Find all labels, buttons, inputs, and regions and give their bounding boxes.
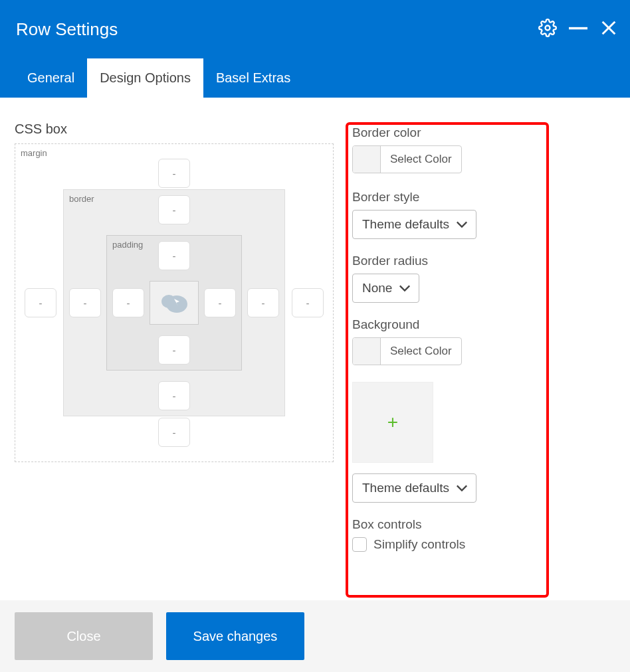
dialog-header: Row Settings General Design Options Base… bbox=[0, 0, 630, 98]
simplify-controls-checkbox[interactable] bbox=[352, 537, 367, 552]
titlebar-controls bbox=[538, 19, 618, 40]
background-image-uploader[interactable]: + bbox=[352, 382, 433, 463]
tab-basel-extras[interactable]: Basel Extras bbox=[203, 58, 303, 98]
border-color-swatch bbox=[353, 146, 381, 173]
gear-icon[interactable] bbox=[538, 19, 557, 40]
margin-box: margin - - - - border - - - - padding - … bbox=[15, 143, 334, 462]
margin-right-input[interactable]: - bbox=[292, 288, 324, 317]
dialog-body: CSS box margin - - - - border - - - - pa… bbox=[0, 98, 630, 552]
close-button[interactable]: Close bbox=[15, 612, 153, 660]
border-style-label: Border style bbox=[352, 190, 615, 205]
tab-general[interactable]: General bbox=[15, 58, 87, 98]
border-radius-select[interactable]: None bbox=[352, 274, 419, 303]
margin-bottom-input[interactable]: - bbox=[158, 418, 190, 447]
border-style-select[interactable]: Theme defaults bbox=[352, 210, 476, 239]
css-box-label: CSS box bbox=[15, 122, 334, 137]
margin-label: margin bbox=[21, 148, 47, 158]
background-label: Background bbox=[352, 317, 615, 332]
margin-left-input[interactable]: - bbox=[25, 288, 56, 317]
chevron-down-icon bbox=[456, 217, 468, 232]
chevron-down-icon bbox=[456, 481, 468, 495]
border-left-input[interactable]: - bbox=[69, 288, 101, 317]
dialog-footer: Close Save changes bbox=[0, 600, 630, 672]
simplify-controls-row[interactable]: Simplify controls bbox=[352, 537, 615, 552]
dialog-title: Row Settings bbox=[16, 19, 538, 40]
right-panel: Border color Select Color Border style T… bbox=[334, 122, 615, 552]
padding-box: padding - - - - bbox=[106, 235, 242, 371]
svg-point-5 bbox=[161, 295, 176, 308]
titlebar: Row Settings bbox=[0, 0, 630, 46]
border-color-label: Border color bbox=[352, 126, 615, 140]
border-radius-label: Border radius bbox=[352, 254, 615, 268]
cloud-icon bbox=[159, 290, 189, 316]
close-icon[interactable] bbox=[599, 19, 618, 40]
border-top-input[interactable]: - bbox=[158, 195, 190, 224]
save-button[interactable]: Save changes bbox=[166, 612, 304, 660]
border-right-input[interactable]: - bbox=[247, 288, 279, 317]
tab-design-options[interactable]: Design Options bbox=[87, 58, 203, 98]
border-color-button[interactable]: Select Color bbox=[352, 145, 462, 173]
simplify-controls-label: Simplify controls bbox=[373, 537, 465, 552]
padding-label: padding bbox=[112, 240, 143, 250]
background-color-button-label: Select Color bbox=[381, 338, 461, 365]
background-color-button[interactable]: Select Color bbox=[352, 337, 462, 365]
border-bottom-input[interactable]: - bbox=[158, 381, 190, 410]
border-radius-value: None bbox=[362, 281, 392, 295]
tab-bar: General Design Options Basel Extras bbox=[0, 46, 630, 98]
border-style-value: Theme defaults bbox=[362, 217, 449, 232]
svg-point-0 bbox=[546, 26, 550, 31]
minimize-icon[interactable] bbox=[569, 19, 587, 40]
border-box: border - - - - padding - - - - bbox=[63, 189, 285, 416]
padding-right-input[interactable]: - bbox=[204, 288, 236, 317]
css-box-column: CSS box margin - - - - border - - - - pa… bbox=[15, 122, 334, 552]
margin-top-input[interactable]: - bbox=[158, 159, 190, 188]
background-color-swatch bbox=[353, 338, 381, 365]
content-box bbox=[150, 281, 199, 325]
chevron-down-icon bbox=[399, 281, 411, 295]
border-label: border bbox=[69, 194, 94, 204]
svg-rect-1 bbox=[569, 27, 587, 30]
background-image-style-select[interactable]: Theme defaults bbox=[352, 473, 476, 503]
padding-left-input[interactable]: - bbox=[112, 288, 144, 317]
background-image-style-value: Theme defaults bbox=[362, 481, 449, 495]
plus-icon: + bbox=[387, 412, 398, 433]
box-controls-label: Box controls bbox=[352, 517, 615, 532]
border-color-button-label: Select Color bbox=[381, 146, 461, 173]
padding-top-input[interactable]: - bbox=[158, 241, 190, 270]
padding-bottom-input[interactable]: - bbox=[158, 335, 190, 365]
